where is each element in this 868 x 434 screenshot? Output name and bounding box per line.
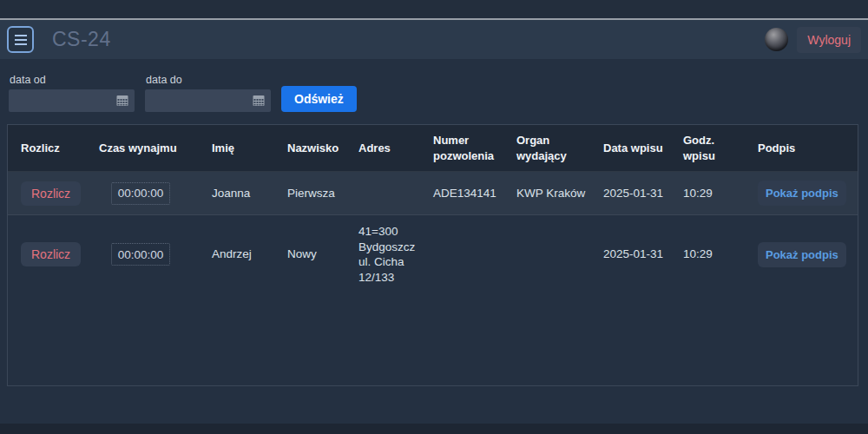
cell-data-wpisu: 2025-01-31 xyxy=(595,215,674,294)
rental-time-input[interactable] xyxy=(111,243,170,266)
refresh-button[interactable]: Odśwież xyxy=(281,86,357,112)
show-signature-button[interactable]: Pokaż podpis xyxy=(758,242,846,267)
cell-godz-wpisu: 10:29 xyxy=(674,172,749,215)
col-header-imie: Imię xyxy=(203,125,279,172)
date-to-group: data do xyxy=(145,74,271,112)
rentals-table-container: Rozlicz Czas wynajmu Imię Nazwisko Adres… xyxy=(7,124,858,386)
col-header-czas-wynajmu: Czas wynajmu xyxy=(90,125,203,172)
cell-imie: Joanna xyxy=(203,172,279,215)
cell-nazwisko: Pierwsza xyxy=(279,172,350,215)
date-from-label: data od xyxy=(9,74,135,86)
window-top-strip xyxy=(0,0,868,18)
date-to-input[interactable] xyxy=(145,89,271,112)
navbar-right: Wyloguj xyxy=(765,27,861,53)
col-header-nazwisko: Nazwisko xyxy=(279,125,350,172)
col-header-data-wpisu: Data wpisu xyxy=(595,125,674,172)
table-header-row: Rozlicz Czas wynajmu Imię Nazwisko Adres… xyxy=(8,125,858,172)
cell-adres xyxy=(350,172,424,215)
col-header-rozlicz: Rozlicz xyxy=(8,125,90,172)
cell-numer-pozwolenia: ADE134141 xyxy=(424,172,508,215)
table-row: Rozlicz Andrzej Nowy 41=300 Bydgoszcz ul… xyxy=(8,215,858,294)
col-header-numer-pozwolenia: Numer pozwolenia xyxy=(424,125,508,172)
cell-data-wpisu: 2025-01-31 xyxy=(595,172,674,215)
cell-godz-wpisu: 10:29 xyxy=(674,215,749,294)
cell-imie: Andrzej xyxy=(203,215,279,294)
rental-time-input[interactable] xyxy=(111,182,170,205)
rentals-table: Rozlicz Czas wynajmu Imię Nazwisko Adres… xyxy=(8,125,858,293)
cell-organ-wydajacy: KWP Kraków xyxy=(508,172,595,215)
col-header-organ-wydajacy: Organ wydający xyxy=(508,125,595,172)
hamburger-icon xyxy=(15,35,27,45)
cell-nazwisko: Nowy xyxy=(279,215,350,294)
user-avatar[interactable] xyxy=(765,28,788,51)
app-title: CS-24 xyxy=(52,28,111,51)
show-signature-button[interactable]: Pokaż podpis xyxy=(758,181,846,206)
date-to-label: data do xyxy=(145,74,271,86)
col-header-adres: Adres xyxy=(350,125,424,172)
date-from-input[interactable] xyxy=(9,89,135,112)
window-bottom-strip xyxy=(0,424,868,434)
rozlicz-button[interactable]: Rozlicz xyxy=(21,242,81,266)
table-row: Rozlicz Joanna Pierwsza ADE134141 KWP Kr… xyxy=(8,172,858,215)
rozlicz-button[interactable]: Rozlicz xyxy=(21,181,81,206)
col-header-podpis: Podpis xyxy=(749,125,858,172)
cell-organ-wydajacy xyxy=(508,215,595,294)
navbar: CS-24 Wyloguj xyxy=(0,20,868,59)
col-header-godz-wpisu: Godz. wpisu xyxy=(674,125,749,172)
date-from-group: data od xyxy=(9,74,135,112)
filter-bar: data od data do xyxy=(0,59,868,112)
cell-numer-pozwolenia xyxy=(424,215,508,294)
cell-adres: 41=300 Bydgoszcz ul. Cicha 12/133 xyxy=(350,215,424,294)
menu-toggle-button[interactable] xyxy=(7,26,34,53)
logout-button[interactable]: Wyloguj xyxy=(797,27,861,53)
